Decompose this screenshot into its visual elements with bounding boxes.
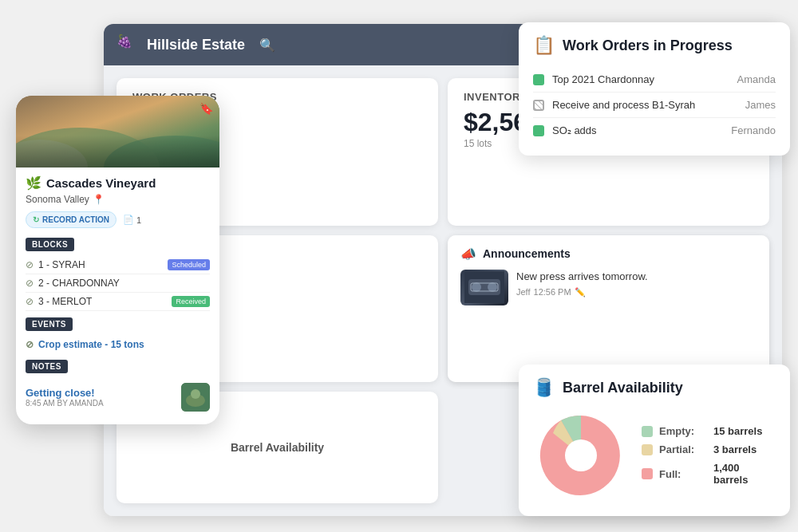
block-left: ⊘ 1 - SYRAH bbox=[26, 259, 85, 270]
location-pin-icon: 📍 bbox=[93, 194, 105, 205]
record-action-label: RECORD ACTION bbox=[42, 215, 109, 224]
document-badge[interactable]: 📄 1 bbox=[123, 215, 141, 225]
svg-point-12 bbox=[191, 389, 200, 399]
legend-label-partial: Partial: bbox=[659, 443, 707, 455]
note-content: Getting close! 8:45 AM BY AMANDA bbox=[26, 387, 104, 408]
clipboard-icon: 📋 bbox=[533, 35, 555, 56]
barrel-icon: 🛢️ bbox=[533, 377, 555, 398]
block-hatch-icon: ⊘ bbox=[26, 278, 34, 289]
wo-item-left: Receive and process B1-Syrah bbox=[533, 99, 695, 111]
mobile-hero-image: 🔖 bbox=[16, 96, 219, 167]
wo-status-hatch-icon bbox=[533, 100, 544, 111]
barrel-content: Empty: 15 barrels Partial: 3 barrels Ful… bbox=[533, 408, 776, 503]
search-icon[interactable]: 🔍 bbox=[259, 37, 275, 53]
edit-icon[interactable]: ✏️ bbox=[575, 287, 586, 298]
barrel-header: 🛢️ Barrel Availability bbox=[533, 377, 776, 398]
legend-item-partial: Partial: 3 barrels bbox=[642, 443, 776, 455]
legend-dot-partial bbox=[642, 444, 653, 455]
announcement-author: Jeff bbox=[516, 287, 531, 297]
vineyard-logo-icon: 🌿 bbox=[26, 175, 41, 191]
announcement-text: New press arrives tomorrow. bbox=[516, 270, 648, 284]
doc-count: 1 bbox=[136, 215, 141, 225]
legend-dot-full bbox=[642, 468, 653, 479]
wo-title: Work Orders in Progress bbox=[563, 37, 733, 54]
legend-dot-empty bbox=[642, 426, 653, 437]
blocks-section-label: BLOCKS bbox=[26, 238, 74, 251]
legend-label-empty: Empty: bbox=[659, 425, 707, 437]
event-item-crop[interactable]: ⊘ Crop estimate - 15 tons bbox=[26, 336, 210, 353]
announcements-title: Announcements bbox=[483, 247, 571, 260]
legend-item-full: Full: 1,400 barrels bbox=[642, 462, 776, 486]
svg-point-5 bbox=[565, 439, 597, 471]
refresh-icon: ↻ bbox=[33, 215, 39, 224]
mobile-card: 🔖 🌿 Cascades Vineyard Sonoma Valley 📍 ↻ … bbox=[16, 96, 219, 424]
block-left: ⊘ 3 - MERLOT bbox=[26, 296, 92, 307]
record-action-button[interactable]: ↻ RECORD ACTION bbox=[26, 211, 117, 228]
block-number: 2 - CHARDONNAY bbox=[38, 278, 120, 289]
mobile-actions-row: ↻ RECORD ACTION 📄 1 bbox=[26, 211, 210, 228]
note-thumbnail bbox=[181, 383, 210, 412]
announcement-item: New press arrives tomorrow. Jeff 12:56 P… bbox=[460, 270, 757, 305]
bookmark-icon[interactable]: 🔖 bbox=[200, 102, 213, 115]
block-item-chardonnay[interactable]: ⊘ 2 - CHARDONNAY bbox=[26, 274, 210, 293]
legend-value-partial: 3 barrels bbox=[713, 443, 757, 455]
event-name: Crop estimate - 15 tons bbox=[38, 339, 144, 350]
hero-overlay bbox=[16, 136, 219, 167]
note-meta: 8:45 AM BY AMANDA bbox=[26, 399, 104, 408]
wo-item-person: Fernando bbox=[731, 124, 776, 136]
legend-value-full: 1,400 barrels bbox=[713, 462, 776, 486]
barrel-avail-label: Barrel Availability bbox=[231, 441, 324, 454]
mobile-body: 🌿 Cascades Vineyard Sonoma Valley 📍 ↻ RE… bbox=[16, 167, 219, 424]
events-section-label: EVENTS bbox=[26, 317, 73, 331]
wo-item-name: Top 2021 Chardonnay bbox=[552, 73, 654, 85]
block-number: 3 - MERLOT bbox=[38, 296, 92, 307]
vineyard-location: Sonoma Valley 📍 bbox=[26, 194, 210, 205]
wo-item[interactable]: Receive and process B1-Syrah James bbox=[533, 93, 776, 118]
received-badge: Received bbox=[172, 296, 210, 307]
note-item[interactable]: Getting close! 8:45 AM BY AMANDA bbox=[26, 378, 210, 416]
event-icon: ⊘ bbox=[26, 339, 34, 350]
wo-status-green-icon bbox=[533, 125, 544, 136]
barrel-availability-card: 🛢️ Barrel Availability Empt bbox=[519, 365, 790, 516]
block-hatch-icon: ⊘ bbox=[26, 259, 34, 270]
wo-item[interactable]: Top 2021 Chardonnay Amanda bbox=[533, 67, 776, 93]
wo-status-green-icon bbox=[533, 74, 544, 85]
wo-item[interactable]: SO₂ adds Fernando bbox=[533, 118, 776, 143]
work-orders-progress-card: 📋 Work Orders in Progress Top 2021 Chard… bbox=[519, 22, 790, 156]
legend-label-full: Full: bbox=[659, 468, 707, 480]
barrel-title: Barrel Availability bbox=[563, 380, 683, 396]
barrel-legend: Empty: 15 barrels Partial: 3 barrels Ful… bbox=[642, 425, 776, 486]
wo-item-person: Amanda bbox=[737, 73, 776, 85]
announcement-meta: Jeff 12:56 PM ✏️ bbox=[516, 287, 648, 298]
block-item-syrah[interactable]: ⊘ 1 - SYRAH Scheduled bbox=[26, 256, 210, 274]
announcement-time: 12:56 PM bbox=[534, 287, 571, 297]
legend-value-empty: 15 barrels bbox=[713, 425, 762, 437]
wo-header: 📋 Work Orders in Progress bbox=[533, 35, 776, 56]
block-number: 1 - SYRAH bbox=[38, 259, 85, 270]
announcements-card: 📣 Announcements New press arrives tomorr… bbox=[448, 235, 769, 383]
block-left: ⊘ 2 - CHARDONNAY bbox=[26, 278, 120, 289]
pie-chart bbox=[533, 408, 629, 503]
wo-item-name: Receive and process B1-Syrah bbox=[552, 99, 695, 111]
legend-item-empty: Empty: 15 barrels bbox=[642, 425, 776, 437]
vineyard-name: 🌿 Cascades Vineyard bbox=[26, 175, 210, 191]
wo-item-left: Top 2021 Chardonnay bbox=[533, 73, 654, 85]
svg-point-2 bbox=[472, 282, 481, 292]
wo-item-left: SO₂ adds bbox=[533, 124, 597, 136]
app-title: Hillside Estate bbox=[147, 37, 245, 53]
app-logo-icon: 🍇 bbox=[117, 33, 139, 56]
vineyard-name-text: Cascades Vineyard bbox=[46, 176, 156, 190]
wo-item-person: James bbox=[745, 99, 776, 111]
svg-point-3 bbox=[488, 282, 497, 292]
scheduled-badge: Scheduled bbox=[168, 259, 210, 270]
doc-icon: 📄 bbox=[123, 215, 134, 225]
block-hatch-icon: ⊘ bbox=[26, 296, 34, 307]
wo-item-name: SO₂ adds bbox=[552, 124, 597, 136]
location-text: Sonoma Valley bbox=[26, 194, 89, 205]
note-title: Getting close! bbox=[26, 387, 104, 399]
announcement-image bbox=[460, 270, 508, 305]
notes-section-label: NOTES bbox=[26, 360, 68, 373]
announcements-icon: 📣 bbox=[460, 246, 476, 262]
block-item-merlot[interactable]: ⊘ 3 - MERLOT Received bbox=[26, 293, 210, 311]
announcement-content: New press arrives tomorrow. Jeff 12:56 P… bbox=[516, 270, 648, 298]
